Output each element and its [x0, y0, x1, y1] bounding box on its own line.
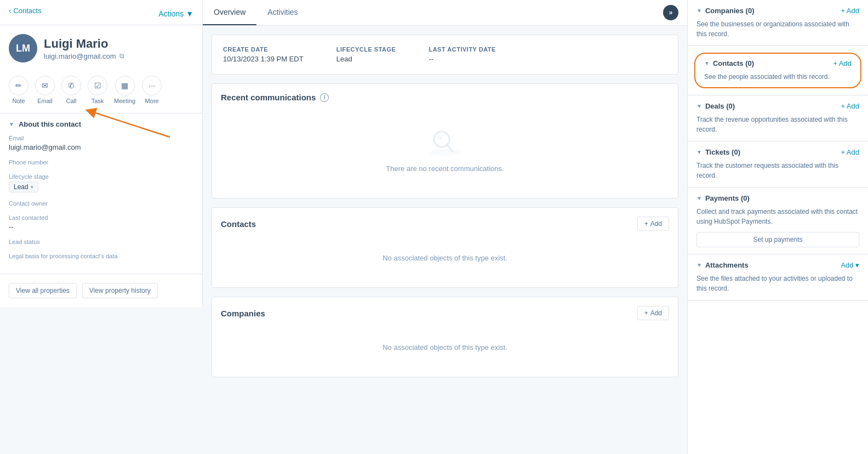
lifecycle-field-group: Lifecycle stage Lead ▾ [9, 173, 193, 192]
tab-overview[interactable]: Overview [203, 0, 256, 25]
action-buttons-row: ✏ Note ✉ Email ✆ Call ☑ Task ▦ Meeting [0, 71, 202, 114]
right-attachments-section: ▼ Attachments Add ▾ See the files attach… [688, 254, 868, 300]
contacts-right-add-link[interactable]: + Add [833, 59, 852, 67]
copy-email-icon[interactable]: ⧉ [119, 52, 124, 60]
last-contacted-label: Last contacted [9, 214, 193, 221]
stat-create-date: CREATE DATE 10/13/2023 1:39 PM EDT [223, 46, 304, 63]
companies-add-button[interactable]: + Add [637, 306, 669, 320]
right-payments-chevron: ▼ [696, 195, 702, 201]
right-attachments-header[interactable]: ▼ Attachments Add ▾ [696, 261, 859, 269]
email-button[interactable]: ✉ Email [35, 76, 55, 104]
attachments-right-desc: See the files attached to your activitie… [696, 274, 859, 293]
stats-row: CREATE DATE 10/13/2023 1:39 PM EDT LIFEC… [212, 35, 678, 75]
about-section-header[interactable]: ▼ About this contact [9, 120, 193, 128]
tab-activities[interactable]: Activities [256, 0, 309, 25]
view-all-properties-button[interactable]: View all properties [9, 283, 77, 298]
right-payments-title: ▼ Payments (0) [696, 194, 750, 202]
actions-dropdown-icon: ▼ [186, 9, 193, 18]
tickets-right-add-link[interactable]: + Add [841, 148, 859, 156]
stat-last-activity-value: -- [429, 55, 495, 63]
expand-panel-button[interactable]: » [663, 5, 678, 20]
overview-content: CREATE DATE 10/13/2023 1:39 PM EDT LIFEC… [203, 26, 687, 454]
right-contacts-header[interactable]: ▼ Contacts (0) + Add [704, 59, 852, 67]
more-label: More [145, 98, 159, 104]
companies-add-icon: + [644, 309, 648, 317]
contact-email-row: luigi.mario@gmail.com ⧉ [44, 52, 124, 60]
task-icon: ☑ [88, 76, 107, 95]
task-label: Task [92, 98, 104, 104]
view-property-history-button[interactable]: View property history [82, 283, 158, 298]
more-icon: ··· [142, 76, 162, 95]
svg-point-4 [437, 134, 442, 140]
contacts-right-desc: See the people associated with this reco… [704, 72, 852, 82]
contacts-empty-state: No associated objects of this type exist… [221, 237, 669, 279]
companies-card-title: Companies [221, 309, 265, 318]
about-title: About this contact [19, 120, 81, 128]
stat-last-activity-label: LAST ACTIVITY DATE [429, 46, 495, 53]
contacts-add-button[interactable]: + Add [637, 217, 669, 231]
call-button[interactable]: ✆ Call [61, 76, 81, 104]
lead-status-field-group: Lead status [9, 239, 193, 245]
note-button[interactable]: ✏ Note [9, 76, 28, 104]
call-label: Call [66, 98, 77, 104]
companies-empty-state: No associated objects of this type exist… [221, 327, 669, 368]
stat-lifecycle-value: Lead [336, 55, 396, 63]
lead-status-label: Lead status [9, 239, 193, 245]
lifecycle-badge[interactable]: Lead ▾ [9, 181, 38, 192]
note-icon: ✏ [9, 76, 28, 95]
deals-right-add-link[interactable]: + Add [841, 102, 859, 110]
contacts-card-title: Contacts [221, 219, 256, 229]
email-field-value: luigi.mario@gmail.com [9, 143, 193, 151]
right-deals-section: ▼ Deals (0) + Add Track the revenue oppo… [688, 95, 868, 141]
right-deals-header[interactable]: ▼ Deals (0) + Add [696, 102, 859, 110]
setup-payments-button[interactable]: Set up payments [696, 232, 859, 247]
right-panel: ▼ Companies (0) + Add See the businesses… [687, 0, 868, 454]
companies-card-header: Companies + Add [221, 306, 669, 320]
stat-last-activity: LAST ACTIVITY DATE -- [429, 46, 495, 63]
companies-right-add-link[interactable]: + Add [841, 7, 859, 15]
task-button[interactable]: ☑ Task [88, 76, 107, 104]
attachments-right-add-link[interactable]: Add ▾ [841, 261, 859, 269]
email-icon: ✉ [35, 76, 55, 95]
right-tickets-header[interactable]: ▼ Tickets (0) + Add [696, 148, 859, 156]
right-companies-chevron: ▼ [696, 8, 702, 14]
recent-comms-empty: There are no recent communications. [221, 109, 669, 189]
actions-button[interactable]: Actions ▼ [158, 9, 193, 18]
lifecycle-value: Lead [14, 183, 28, 191]
contacts-card: Contacts + Add No associated objects of … [212, 207, 678, 288]
recent-communications-card: Recent communications i There are no rec… [212, 83, 678, 198]
meeting-label: Meeting [114, 98, 135, 104]
legal-basis-label: Legal basis for processing contact's dat… [9, 253, 193, 259]
about-section: ▼ About this contact Email luigi.mario@g… [0, 114, 202, 274]
note-label: Note [12, 98, 25, 104]
right-contacts-chevron: ▼ [704, 60, 710, 66]
owner-field-group: Contact owner [9, 200, 193, 207]
more-button[interactable]: ··· More [142, 76, 162, 104]
right-payments-header[interactable]: ▼ Payments (0) [696, 194, 859, 202]
right-tickets-section: ▼ Tickets (0) + Add Track the customer r… [688, 141, 868, 188]
right-contacts-title: ▼ Contacts (0) [704, 59, 754, 67]
contacts-highlighted-box: ▼ Contacts (0) + Add See the people asso… [694, 53, 861, 88]
last-contacted-field-group: Last contacted -- [9, 214, 193, 231]
legal-basis-field-group: Legal basis for processing contact's dat… [9, 253, 193, 259]
lifecycle-dropdown-icon: ▾ [31, 184, 33, 190]
last-contacted-value: -- [9, 223, 193, 231]
right-deals-title: ▼ Deals (0) [696, 102, 735, 110]
tickets-right-desc: Track the customer requests associated w… [696, 161, 859, 180]
lifecycle-field-label: Lifecycle stage [9, 173, 193, 180]
call-icon: ✆ [61, 76, 81, 95]
sidebar-footer: View all properties View property histor… [0, 274, 202, 307]
stat-lifecycle-label: LIFECYCLE STAGE [336, 46, 396, 53]
recent-comms-title: Recent communications i [221, 93, 329, 102]
back-to-contacts-link[interactable]: ‹ Contacts [9, 7, 42, 15]
meeting-button[interactable]: ▦ Meeting [114, 76, 135, 104]
right-attachments-chevron: ▼ [696, 262, 702, 268]
right-tickets-chevron: ▼ [696, 149, 702, 155]
owner-field-label: Contact owner [9, 200, 193, 207]
companies-right-desc: See the businesses or organizations asso… [696, 19, 859, 39]
right-companies-header[interactable]: ▼ Companies (0) + Add [696, 7, 859, 15]
recent-comms-info-icon[interactable]: i [320, 93, 329, 102]
right-contacts-section: ▼ Contacts (0) + Add See the people asso… [688, 46, 868, 95]
stat-lifecycle-stage: LIFECYCLE STAGE Lead [336, 46, 396, 63]
right-payments-section: ▼ Payments (0) Collect and track payment… [688, 188, 868, 254]
